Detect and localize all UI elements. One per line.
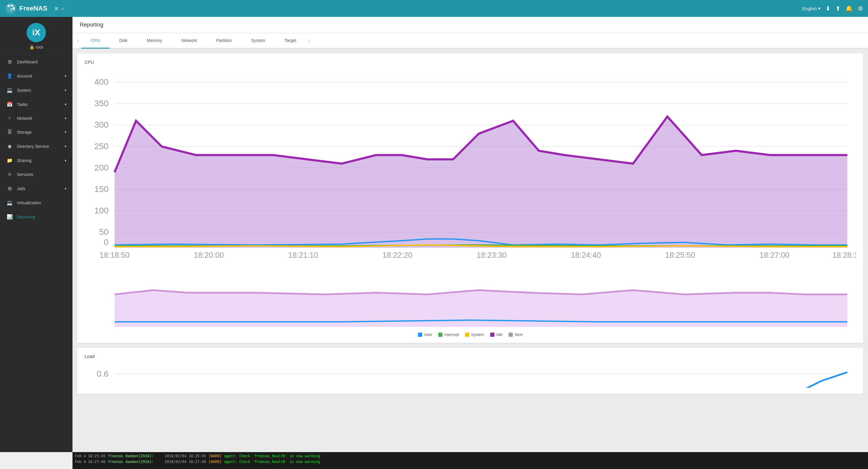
sidebar: iX 🔒 root ⊞ Dashboard 👤 Account ▾ 💻 Syst… [0,17,72,452]
cpu-chart-container: 400 350 300 250 200 150 100 50 0 [85,69,856,329]
language-arrow: ▾ [818,6,820,11]
svg-text:18:25:50: 18:25:50 [665,251,695,258]
sidebar-label-virtualization: Virtualization [17,200,66,205]
topbar-right: English ▾ ⬇ ⬆ 🔔 ⚙ [802,5,863,12]
sharing-icon: 📁 [6,158,13,163]
sidebar-item-network[interactable]: ⑂ Network ▾ [0,111,72,125]
chart-legend: User Interrupt System Idle Nice [85,332,856,337]
sidebar-item-dashboard[interactable]: ⊞ Dashboard [0,55,72,69]
sidebar-item-virtualization[interactable]: 💻 Virtualization [0,196,72,210]
app-logo: iX FreeNAS [5,2,48,14]
log-1-message: agent: Check 'freenas_health' is now war… [224,453,320,459]
legend-nice-dot [508,333,513,337]
tab-disk[interactable]: Disk [110,33,137,48]
sidebar-item-directory-service[interactable]: ◉ Directory Service ▾ [0,139,72,153]
sidebar-label-jails: Jails [17,186,65,191]
load-chart-card: Load 0.6 0.55 0.5 [77,348,863,394]
legend-idle-dot [490,333,494,337]
log-1-date: Feb 4 18:25:45 [75,453,105,459]
log-1-source: freenas daemon[2916]: [108,453,162,459]
sidebar-item-tasks[interactable]: 📅 Tasks ▾ [0,97,72,111]
log-1-level: [WARN] [208,453,221,459]
tab-partition[interactable]: Partition [207,33,241,48]
system-icon: 💻 [6,87,13,93]
storage-icon: 🗄 [6,130,13,135]
download-icon[interactable]: ⬇ [826,5,831,12]
svg-text:iX: iX [10,7,13,10]
legend-nice-label: Nice [515,332,523,337]
tab-system[interactable]: System [241,33,275,48]
tabs-next-button[interactable]: › [306,38,312,43]
sidebar-label-sharing: Sharing [17,158,65,163]
settings-icon[interactable]: ⚙ [858,5,863,12]
svg-text:18:20:00: 18:20:00 [194,251,224,258]
menu-toggle-button[interactable]: ≡ [55,5,58,12]
notifications-icon[interactable]: 🔔 [845,5,853,12]
tab-network[interactable]: Network [172,33,207,48]
sidebar-username: 🔒 root [29,45,43,49]
log-line-1: Feb 4 18:25:45 freenas daemon[2916]: 201… [75,453,866,459]
cpu-chart-title: CPU [85,60,856,65]
tabs-prev-button[interactable]: ‹ [75,38,81,43]
legend-interrupt-dot [438,333,442,337]
sidebar-item-sharing[interactable]: 📁 Sharing ▾ [0,153,72,167]
page-header: Reporting [72,17,868,33]
services-icon: ≡ [6,172,13,177]
svg-text:200: 200 [94,163,108,172]
tasks-icon: 📅 [6,101,13,107]
log-2-timestamp: 2018/02/04 18:27:46 [164,459,206,465]
legend-user: User [418,332,432,337]
sidebar-item-system[interactable]: 💻 System ▾ [0,83,72,97]
storage-expand-arrow: ▾ [65,130,66,134]
svg-text:18:24:40: 18:24:40 [571,251,601,258]
svg-text:50: 50 [99,227,109,237]
svg-text:18:23:30: 18:23:30 [476,251,506,258]
tab-target[interactable]: Target [275,33,306,48]
directory-service-expand-arrow: ▾ [65,144,66,148]
log-line-2: Feb 4 18:27:46 freenas daemon[2916]: 201… [75,459,866,465]
svg-text:18:27:00: 18:27:00 [760,251,789,258]
sharing-expand-arrow: ▾ [65,159,66,163]
cpu-mini-chart-svg [85,260,856,329]
svg-text:100: 100 [94,205,108,215]
account-expand-arrow: ▾ [65,74,66,78]
svg-text:350: 350 [94,98,108,108]
svg-text:18:21:10: 18:21:10 [288,251,318,258]
network-icon: ⑂ [6,115,13,121]
svg-text:150: 150 [94,184,108,194]
svg-marker-21 [115,116,847,247]
legend-idle: Idle [490,332,502,337]
virtualization-icon: 💻 [6,200,13,205]
upload-icon[interactable]: ⬆ [835,5,840,12]
sidebar-item-reporting[interactable]: 📊 Reporting [0,210,72,224]
sidebar-item-storage[interactable]: 🗄 Storage ▾ [0,125,72,139]
legend-interrupt-label: Interrupt [444,332,459,337]
legend-interrupt: Interrupt [438,332,459,337]
tab-cpu[interactable]: CPU [81,33,110,48]
dashboard-icon: ⊞ [6,59,13,65]
legend-idle-label: Idle [496,332,502,337]
account-icon: 👤 [6,73,13,79]
language-selector[interactable]: English ▾ [802,6,820,11]
tab-memory[interactable]: Memory [137,33,172,48]
back-button[interactable]: ‹ [62,5,64,12]
language-label: English [802,6,817,11]
directory-service-icon: ◉ [6,143,13,149]
lock-icon: 🔒 [29,45,34,49]
sidebar-item-account[interactable]: 👤 Account ▾ [0,69,72,83]
svg-text:0: 0 [104,237,109,247]
page-title: Reporting [80,22,103,28]
legend-user-label: User [424,332,432,337]
sidebar-item-services[interactable]: ≡ Services [0,167,72,181]
sidebar-label-account: Account [17,74,65,78]
sidebar-item-jails[interactable]: ⊞ Jails ▾ [0,181,72,196]
sidebar-label-network: Network [17,116,65,121]
svg-text:18:18:50: 18:18:50 [100,251,130,258]
log-2-level: [WARN] [208,459,221,465]
log-bar: Feb 4 18:25:45 freenas daemon[2916]: 201… [72,452,868,469]
load-chart-title: Load [85,354,856,359]
load-chart-svg: 0.6 0.55 0.5 [85,364,856,388]
sidebar-label-system: System [17,88,65,93]
svg-text:18:22:20: 18:22:20 [382,251,412,258]
sidebar-label-storage: Storage [17,130,65,135]
